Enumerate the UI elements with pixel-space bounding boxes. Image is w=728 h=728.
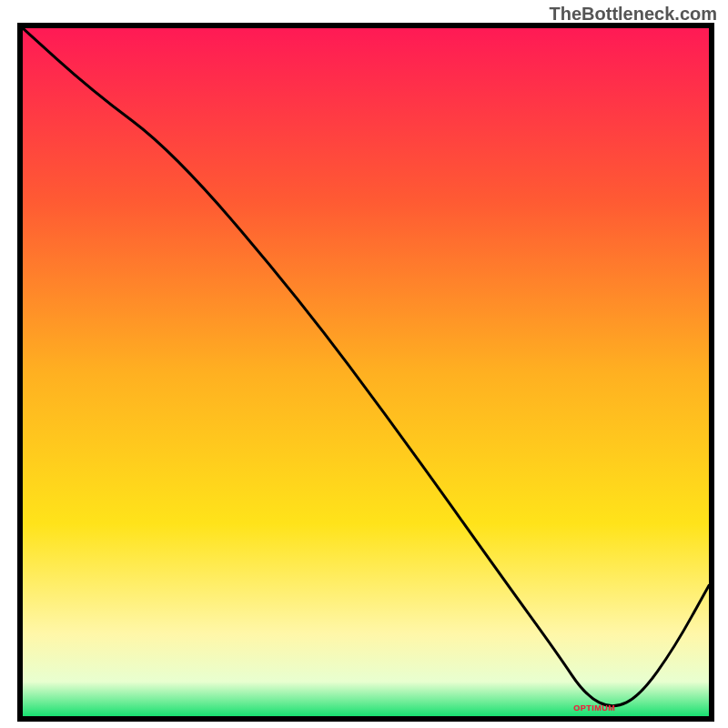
curve-svg [23, 28, 709, 716]
watermark-text: TheBottleneck.com [550, 4, 717, 25]
curve-path [23, 28, 709, 706]
chart-container: TheBottleneck.com OPTIMUM [0, 0, 728, 728]
optimum-label: OPTIMUM [573, 703, 615, 713]
